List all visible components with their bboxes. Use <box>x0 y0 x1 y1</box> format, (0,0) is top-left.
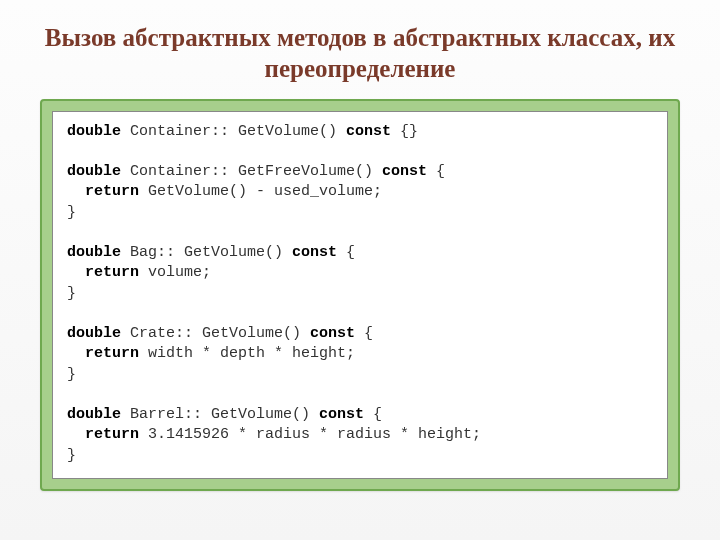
slide: Вызов абстрактных методов в абстрактных … <box>0 0 720 540</box>
code-text: Bag:: GetVolume() <box>121 244 292 261</box>
keyword: double <box>67 123 121 140</box>
keyword: const <box>346 123 391 140</box>
code-text <box>67 183 85 200</box>
code-text <box>67 264 85 281</box>
code-text: Crate:: GetVolume() <box>121 325 310 342</box>
keyword: double <box>67 163 121 180</box>
code-text: width * depth * height; <box>139 345 355 362</box>
code-text: } <box>67 204 76 221</box>
code-text: volume; <box>139 264 211 281</box>
keyword: return <box>85 345 139 362</box>
keyword: double <box>67 406 121 423</box>
code-text: Container:: GetFreeVolume() <box>121 163 382 180</box>
code-text: { <box>427 163 445 180</box>
code-text: { <box>337 244 355 261</box>
keyword: const <box>382 163 427 180</box>
keyword: const <box>319 406 364 423</box>
code-text: Barrel:: GetVolume() <box>121 406 319 423</box>
code-text <box>67 426 85 443</box>
code-text: {} <box>391 123 418 140</box>
code-text: } <box>67 285 76 302</box>
keyword: double <box>67 325 121 342</box>
keyword: return <box>85 183 139 200</box>
keyword: const <box>310 325 355 342</box>
slide-title: Вызов абстрактных методов в абстрактных … <box>40 22 680 85</box>
code-frame: double Container:: GetVolume() const {} … <box>40 99 680 491</box>
keyword: double <box>67 244 121 261</box>
code-text: 3.1415926 * radius * radius * height; <box>139 426 481 443</box>
keyword: return <box>85 426 139 443</box>
code-text: } <box>67 366 76 383</box>
code-text: { <box>355 325 373 342</box>
keyword: const <box>292 244 337 261</box>
code-block: double Container:: GetVolume() const {} … <box>52 111 668 479</box>
code-text: { <box>364 406 382 423</box>
code-text: } <box>67 447 76 464</box>
code-text <box>67 345 85 362</box>
code-text: GetVolume() - used_volume; <box>139 183 382 200</box>
code-text: Container:: GetVolume() <box>121 123 346 140</box>
keyword: return <box>85 264 139 281</box>
